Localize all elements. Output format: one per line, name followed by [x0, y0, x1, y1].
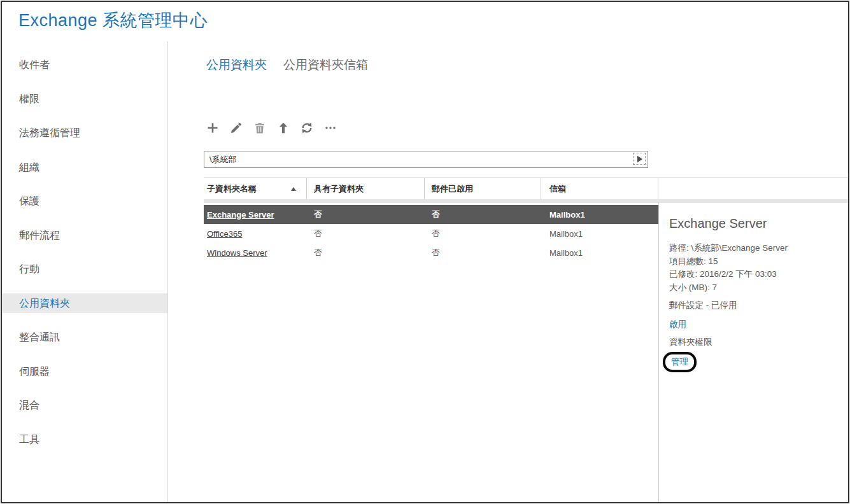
sidebar-item-protection[interactable]: 保護 [2, 191, 167, 211]
add-icon [206, 122, 219, 134]
mail-enabled-value: 否 [425, 209, 541, 220]
folder-list: Exchange Server 否 否 Mailbox1 Office365 否… [204, 205, 658, 262]
go-button[interactable] [633, 153, 646, 165]
sidebar-item-public-folders[interactable]: 公用資料夾 [2, 293, 167, 313]
sidebar-item-recipients[interactable]: 收件者 [2, 55, 167, 74]
table-row[interactable]: Exchange Server 否 否 Mailbox1 [204, 205, 658, 224]
enable-link[interactable]: 啟用 [669, 319, 686, 330]
details-item-count: 項目總數: 15 [669, 255, 840, 269]
move-up-button[interactable] [276, 120, 291, 136]
sidebar-item-hybrid[interactable]: 混合 [2, 395, 167, 415]
folder-link[interactable]: Exchange Server [207, 210, 274, 220]
sidebar-item-organization[interactable]: 組織 [2, 157, 167, 177]
sidebar: 收件者 權限 法務遵循管理 組織 保護 郵件流程 行動 公用資料夾 整合通訊 伺… [2, 41, 168, 502]
manage-link[interactable]: 管理 [671, 357, 688, 367]
sidebar-item-servers[interactable]: 伺服器 [2, 361, 167, 381]
folder-permissions-label: 資料夾權限 [669, 337, 840, 348]
manage-annotation-circle: 管理 [663, 352, 697, 372]
delete-icon [253, 122, 266, 134]
toolbar [205, 120, 338, 136]
sort-ascending-icon [291, 187, 296, 191]
column-header-subfolder-name[interactable]: 子資料夾名稱 [204, 178, 307, 199]
mailbox-value: Mailbox1 [541, 248, 658, 258]
sidebar-item-mobile[interactable]: 行動 [2, 259, 167, 279]
mailbox-value: Mailbox1 [541, 210, 658, 220]
table-row[interactable]: Office365 否 否 Mailbox1 [204, 224, 658, 243]
has-subfolders-value: 否 [307, 228, 425, 239]
refresh-button[interactable] [299, 120, 315, 136]
table-header-spacer [658, 178, 848, 199]
mail-enabled-value: 否 [425, 228, 541, 239]
details-modified: 已修改: 2016/2/2 下午 03:03 [669, 268, 840, 281]
edit-button[interactable] [229, 120, 244, 136]
column-header-label: 子資料夾名稱 [207, 178, 257, 199]
column-header-label: 信箱 [549, 178, 566, 199]
main-content: 公用資料夾 公用資料夾信箱 \系統部 [169, 41, 848, 502]
has-subfolders-value: 否 [307, 209, 425, 220]
tab-public-folders[interactable]: 公用資料夾 [206, 57, 267, 73]
tab-bar: 公用資料夾 公用資料夾信箱 [206, 57, 368, 73]
sidebar-item-unified-messaging[interactable]: 整合通訊 [2, 327, 167, 347]
folder-link[interactable]: Windows Server [207, 248, 267, 258]
column-header-mail-enabled[interactable]: 郵件已啟用 [425, 178, 541, 199]
table-row[interactable]: Windows Server 否 否 Mailbox1 [204, 243, 658, 262]
column-header-has-subfolders[interactable]: 具有子資料夾 [307, 178, 425, 199]
sidebar-item-permissions[interactable]: 權限 [2, 89, 167, 109]
details-path: 路徑: \系統部\Exchange Server [669, 242, 840, 255]
column-header-label: 具有子資料夾 [314, 178, 364, 199]
play-icon [636, 155, 643, 163]
delete-button[interactable] [252, 120, 267, 136]
details-title: Exchange Server [669, 216, 840, 231]
table-header: 子資料夾名稱 具有子資料夾 郵件已啟用 信箱 [204, 178, 848, 203]
more-button[interactable] [323, 120, 338, 136]
add-button[interactable] [205, 120, 220, 136]
more-icon [323, 122, 337, 134]
details-size: 大小 (MB): 7 [669, 281, 840, 295]
sidebar-item-compliance[interactable]: 法務遵循管理 [2, 123, 167, 143]
mailbox-value: Mailbox1 [541, 229, 658, 239]
exchange-admin-center-window: Exchange 系統管理中心 收件者 權限 法務遵循管理 組織 保護 郵件流程… [1, 1, 849, 503]
page-title: Exchange 系統管理中心 [18, 9, 208, 32]
mail-settings-status: 郵件設定 - 已停用 [669, 300, 840, 311]
sidebar-item-mail-flow[interactable]: 郵件流程 [2, 225, 167, 245]
column-header-mailbox[interactable]: 信箱 [541, 178, 658, 199]
mail-enabled-value: 否 [425, 247, 541, 258]
edit-icon [230, 122, 243, 134]
folder-path-value: \系統部 [209, 154, 237, 165]
folder-path-input[interactable]: \系統部 [204, 151, 648, 168]
has-subfolders-value: 否 [307, 247, 425, 258]
tab-public-folder-mailboxes[interactable]: 公用資料夾信箱 [283, 57, 368, 73]
folder-link[interactable]: Office365 [207, 229, 242, 239]
move-up-icon [277, 122, 290, 134]
sidebar-item-tools[interactable]: 工具 [2, 430, 167, 449]
column-header-label: 郵件已啟用 [432, 178, 473, 199]
refresh-icon [301, 122, 313, 134]
details-pane: Exchange Server 路徑: \系統部\Exchange Server… [658, 202, 848, 502]
